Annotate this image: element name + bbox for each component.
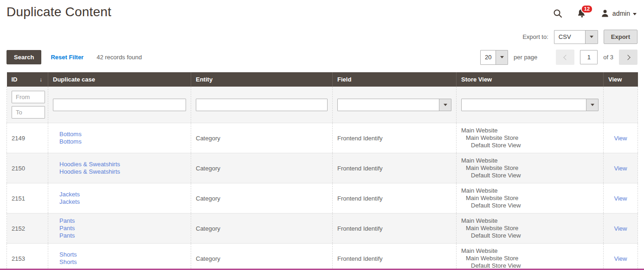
grid-filter-row (7, 87, 638, 123)
duplicate-case-link[interactable]: Shorts (59, 258, 186, 266)
store-view-line: Default Store View (461, 232, 599, 239)
chevron-down-icon (585, 31, 598, 44)
duplicate-case-link[interactable]: Hoodies & Sweatshirts (59, 161, 186, 168)
store-view-filter-select[interactable] (461, 99, 599, 111)
reset-filter-link[interactable]: Reset Filter (51, 54, 84, 61)
chevron-left-icon (563, 55, 568, 60)
duplicate-case-link[interactable]: Pants (59, 232, 186, 239)
table-row: 2153 ShortsShorts Category Frontend Iden… (7, 244, 638, 270)
cell-field: Frontend Identify (333, 213, 457, 244)
cell-duplicate-case: PantsPantsPants (48, 213, 191, 244)
view-link[interactable]: View (614, 165, 627, 172)
cell-field: Frontend Identify (333, 123, 457, 153)
cell-store-views: Main WebsiteMain Website StoreDefault St… (457, 123, 604, 153)
duplicate-content-grid: ID ↓ Duplicate case Entity Field Store V… (6, 72, 638, 270)
store-view-line: Main Website (461, 247, 599, 255)
previous-page-button[interactable] (556, 50, 574, 65)
store-view-line: Main Website (461, 217, 599, 225)
duplicate-case-link[interactable]: Pants (59, 217, 186, 225)
chevron-down-icon (586, 99, 598, 111)
cell-duplicate-case: JacketsJackets (48, 183, 191, 213)
duplicate-case-link[interactable]: Jackets (59, 191, 186, 198)
current-page-input[interactable] (580, 50, 598, 64)
store-view-line: Default Store View (461, 142, 599, 149)
cell-duplicate-case: BottomsBottoms (48, 123, 191, 153)
store-view-line: Main Website (461, 157, 599, 164)
cell-entity: Category (191, 123, 333, 153)
view-link[interactable]: View (614, 195, 627, 202)
duplicate-case-link[interactable]: Shorts (59, 251, 186, 258)
chevron-down-icon (439, 99, 451, 111)
next-page-button[interactable] (619, 50, 638, 65)
chevron-right-icon (625, 55, 630, 60)
cell-id: 2150 (7, 153, 48, 183)
duplicate-case-link[interactable]: Jackets (59, 198, 186, 206)
page-title: Duplicate Content (6, 5, 111, 19)
chevron-down-icon (633, 13, 637, 15)
column-header-duplicate-case[interactable]: Duplicate case (48, 72, 191, 87)
cell-entity: Category (191, 213, 333, 244)
export-bar: Export to: CSV Export (0, 30, 644, 44)
table-row: 2151 JacketsJackets Category Frontend Id… (7, 183, 638, 213)
export-to-label: Export to: (522, 33, 548, 40)
person-icon (600, 9, 610, 18)
cell-field: Frontend Identify (333, 153, 457, 183)
per-page-value: 20 (481, 50, 496, 64)
admin-menu[interactable]: admin (600, 9, 637, 18)
per-page-label: per page (514, 54, 537, 61)
table-row: 2152 PantsPantsPants Category Frontend I… (7, 213, 638, 244)
entity-filter-input[interactable] (196, 99, 328, 111)
per-page-select[interactable]: 20 (480, 50, 508, 65)
search-button[interactable]: Search (6, 50, 41, 64)
store-view-line: Main Website Store (461, 225, 599, 232)
duplicate-case-link[interactable]: Pants (59, 225, 186, 232)
column-header-view[interactable]: View (604, 72, 638, 87)
store-view-line: Main Website (461, 187, 599, 195)
notifications-bell-icon[interactable]: 12 (576, 8, 586, 19)
column-header-id[interactable]: ID ↓ (7, 72, 48, 87)
grid-header-row: ID ↓ Duplicate case Entity Field Store V… (7, 72, 638, 87)
field-filter-select[interactable] (337, 99, 451, 111)
duplicate-case-link[interactable]: Hoodies & Sweatshirts (59, 168, 186, 176)
cell-store-views: Main WebsiteMain Website StoreDefault St… (457, 213, 604, 244)
cell-field: Frontend Identify (333, 244, 457, 270)
store-view-line: Default Store View (461, 202, 599, 209)
id-from-filter-input[interactable] (12, 91, 45, 103)
records-found-label: 42 records found (97, 54, 142, 61)
column-header-store-view[interactable]: Store View (457, 72, 604, 87)
admin-username: admin (612, 10, 630, 17)
cell-duplicate-case: ShortsShorts (48, 244, 191, 270)
export-format-value: CSV (554, 31, 585, 44)
store-view-line: Main Website Store (461, 195, 599, 202)
column-header-field[interactable]: Field (333, 72, 457, 87)
cell-entity: Category (191, 183, 333, 213)
sort-descending-icon: ↓ (39, 76, 42, 83)
duplicate-case-filter-input[interactable] (53, 99, 186, 111)
cell-store-views: Main WebsiteMain Website StoreDefault St… (457, 153, 604, 183)
search-icon[interactable] (553, 9, 562, 18)
view-link[interactable]: View (614, 135, 627, 142)
grid-toolbar: Search Reset Filter 42 records found 20 … (0, 50, 644, 65)
id-to-filter-input[interactable] (12, 106, 45, 119)
duplicate-case-link[interactable]: Bottoms (59, 138, 186, 145)
view-link[interactable]: View (614, 255, 627, 262)
export-format-select[interactable]: CSV (554, 30, 598, 44)
grid-body: 2149 BottomsBottoms Category Frontend Id… (7, 123, 638, 270)
cell-duplicate-case: Hoodies & SweatshirtsHoodies & Sweatshir… (48, 153, 191, 183)
cell-id: 2153 (7, 244, 48, 270)
store-view-line: Main Website Store (461, 164, 599, 172)
export-button[interactable]: Export (604, 30, 638, 44)
header-actions: 12 admin (553, 8, 637, 19)
view-link[interactable]: View (614, 225, 627, 232)
table-row: 2149 BottomsBottoms Category Frontend Id… (7, 123, 638, 153)
page-header: Duplicate Content 12 admin (0, 0, 644, 19)
cell-id: 2151 (7, 183, 48, 213)
total-pages-label: of 3 (603, 54, 613, 61)
store-view-line: Main Website Store (461, 134, 599, 142)
column-header-entity[interactable]: Entity (191, 72, 333, 87)
cell-entity: Category (191, 244, 333, 270)
store-view-line: Default Store View (461, 172, 599, 179)
cell-id: 2152 (7, 213, 48, 244)
duplicate-case-link[interactable]: Bottoms (59, 131, 186, 138)
cell-store-views: Main WebsiteMain Website StoreDefault St… (457, 183, 604, 213)
